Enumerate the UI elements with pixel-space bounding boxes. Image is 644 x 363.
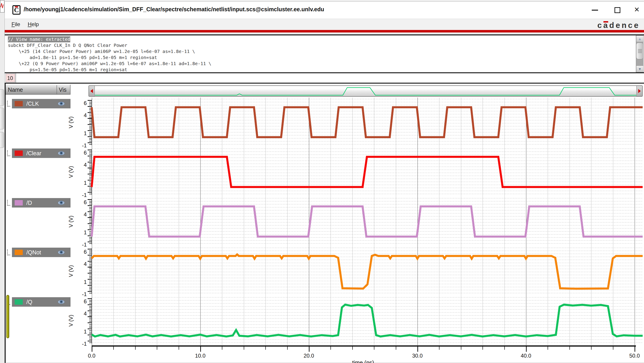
x-tick-label: 10.0 bbox=[195, 353, 206, 359]
field-divider bbox=[16, 73, 16, 83]
red-separator bbox=[5, 30, 644, 32]
netlist-line[interactable]: // View name: extracted bbox=[8, 36, 70, 42]
window-title: /home/youngj1/cadence/simulation/Sim_DFF… bbox=[24, 6, 324, 12]
screen: C /home/youngj1/cadence/simulation/Sim_D… bbox=[0, 0, 644, 363]
y-axis-ruler bbox=[88, 298, 92, 344]
x-tick-label: 20.0 bbox=[304, 353, 314, 359]
close-icon: ✕ bbox=[634, 6, 640, 13]
waveform-strip: V (V) 641-1 bbox=[6, 197, 644, 246]
y-axis-ruler bbox=[88, 199, 92, 244]
y-tick-label: 4 bbox=[73, 310, 87, 317]
y-tick-label: 6 bbox=[73, 199, 87, 206]
y-tick-label: 6 bbox=[73, 100, 87, 106]
background-window-edge bbox=[0, 108, 4, 129]
y-tick-label: 1 bbox=[73, 180, 87, 186]
y-tick-label: 1 bbox=[73, 130, 87, 136]
cadence-app-icon: C bbox=[12, 5, 20, 15]
x-tick-label: 0.0 bbox=[88, 353, 95, 359]
waveform-strip: V (V) 641-1 bbox=[6, 147, 644, 197]
row-count-bar: 10 bbox=[5, 73, 644, 83]
x-axis-title: time (ns) bbox=[352, 360, 374, 363]
waveform-trace bbox=[92, 246, 643, 296]
maximize-icon bbox=[614, 7, 620, 13]
cadence-logo-red-bar bbox=[604, 21, 608, 22]
y-tick-label: 1 bbox=[73, 279, 87, 285]
app-window: C /home/youngj1/cadence/simulation/Sim_D… bbox=[4, 1, 644, 363]
y-tick-label: 6 bbox=[73, 249, 87, 255]
waveform-trace bbox=[92, 98, 643, 147]
waveform-trace bbox=[92, 296, 643, 346]
scroll-down-button[interactable]: ▼ bbox=[636, 66, 644, 72]
netlist-scrollbar[interactable]: ▲ ▼ bbox=[636, 36, 644, 72]
plot-area: V (V) 641-1 V (V) 641-1 V (V) 641-1 V (V… bbox=[6, 84, 644, 363]
desktop-backdrop bbox=[0, 0, 5, 363]
y-axis-ruler bbox=[88, 149, 92, 195]
menu-bar: File Help cadence bbox=[5, 19, 644, 30]
x-tick-label: 50.0 bbox=[629, 353, 640, 359]
y-tick-label: 4 bbox=[73, 112, 87, 118]
maximize-button[interactable] bbox=[611, 4, 624, 16]
waveform-plot[interactable] bbox=[92, 197, 643, 246]
waveform-plot[interactable] bbox=[92, 296, 643, 346]
y-tick-label: 4 bbox=[73, 211, 87, 218]
netlist-line[interactable]: \+25 (14 Clear Power Power) ami06P w=1.2… bbox=[8, 48, 634, 54]
y-tick-label: 1 bbox=[73, 230, 87, 236]
waveform-strip: V (V) 641-1 bbox=[6, 296, 644, 346]
waveform-trace bbox=[92, 197, 643, 246]
y-tick-label: 6 bbox=[73, 298, 87, 305]
scroll-up-button[interactable]: ▲ bbox=[636, 36, 644, 42]
minimize-icon bbox=[592, 10, 598, 10]
gray-separator bbox=[5, 32, 644, 34]
waveform-plot[interactable] bbox=[92, 147, 643, 197]
y-tick-label: 4 bbox=[73, 261, 87, 267]
background-window-edge bbox=[0, 89, 4, 106]
cadence-logo: cadence bbox=[597, 21, 640, 30]
background-app-icon bbox=[0, 0, 4, 12]
y-tick-label: 1 bbox=[73, 328, 87, 335]
netlist-editor[interactable]: // View name: extractedsubckt DFF_Clear … bbox=[5, 34, 644, 73]
menu-item-file[interactable]: File bbox=[12, 21, 20, 28]
netlist-line[interactable]: ps=1.5e-05 pd=1.5e-05 m=1 region=sat bbox=[8, 67, 634, 73]
row-count-field[interactable]: 10 bbox=[6, 74, 15, 82]
menu-item-help[interactable]: Help bbox=[28, 21, 39, 28]
netlist-line[interactable]: subckt DFF_Clear CLK_In D Q QNot Clear P… bbox=[8, 42, 634, 48]
y-tick-label: 6 bbox=[73, 150, 87, 156]
scrollbar-thumb[interactable] bbox=[636, 42, 644, 59]
close-button[interactable]: ✕ bbox=[630, 4, 643, 16]
background-window-edge bbox=[0, 132, 4, 148]
y-axis-ruler bbox=[88, 100, 92, 145]
x-tick-label: 30.0 bbox=[412, 353, 423, 359]
title-bar[interactable]: C /home/youngj1/cadence/simulation/Sim_D… bbox=[5, 2, 644, 19]
waveform-strip: V (V) 641-1 bbox=[6, 98, 644, 147]
cadence-icon-red-bar bbox=[15, 6, 18, 8]
y-tick-label: -1 bbox=[73, 341, 87, 347]
waveform-plot[interactable] bbox=[92, 98, 643, 147]
y-tick-label: 4 bbox=[73, 162, 87, 168]
waveform-strip: V (V) 641-1 bbox=[6, 246, 644, 296]
netlist-line[interactable]: ad=1.8e-11 ps=1.5e-05 pd=1.5e-05 m=1 reg… bbox=[8, 54, 634, 60]
netlist-text: // View name: extractedsubckt DFF_Clear … bbox=[8, 36, 634, 73]
netlist-line[interactable]: \+22 (Q 9 Power Power) ami06P w=1.2e-05 … bbox=[8, 60, 634, 67]
y-axis-ruler bbox=[88, 248, 92, 294]
scrollbar-grip bbox=[638, 49, 642, 50]
minimize-button[interactable] bbox=[588, 4, 601, 16]
waveform-trace bbox=[92, 147, 643, 197]
x-tick-label: 40.0 bbox=[521, 353, 531, 359]
waveform-plot[interactable] bbox=[92, 246, 643, 296]
waveform-panel: Name Vis /CLK /Clear /D /QNot bbox=[5, 83, 644, 363]
